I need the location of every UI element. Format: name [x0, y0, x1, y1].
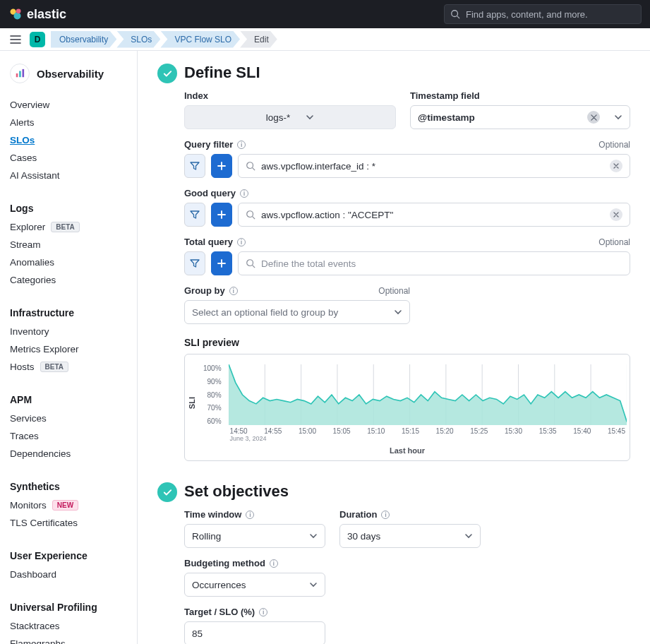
search-icon [246, 258, 255, 268]
sidebar-item-traces[interactable]: Traces [0, 427, 137, 445]
index-select[interactable]: logs-* [184, 105, 396, 129]
timestamp-value: @timestamp [418, 112, 475, 123]
svg-point-3 [452, 11, 458, 17]
info-icon[interactable]: i [237, 141, 246, 149]
clear-icon[interactable] [610, 208, 622, 221]
time-window-select[interactable]: Rolling [184, 524, 325, 548]
optional-label: Optional [598, 237, 630, 247]
xaxis-subtitle: June 3, 2024 [229, 435, 627, 442]
sidebar-item-monitors[interactable]: MonitorsNEW [0, 496, 137, 514]
duration-select[interactable]: 30 days [339, 524, 481, 548]
main-content: Define SLI Index logs-* [138, 51, 650, 644]
search-icon [246, 161, 255, 171]
sidebar-item-flamegraphs[interactable]: Flamegraphs [0, 635, 137, 644]
chevron-down-icon [614, 113, 622, 121]
sidebar-item-slos[interactable]: SLOs [0, 131, 137, 149]
sidebar-item-tls[interactable]: TLS Certificates [0, 514, 137, 532]
filter-button[interactable] [184, 203, 205, 227]
sidebar-group-synthetics: Synthetics [0, 468, 137, 496]
svg-point-2 [16, 9, 21, 14]
info-icon[interactable]: i [270, 559, 278, 568]
good-query-input[interactable]: aws.vpcflow.action : "ACCEPT" [238, 203, 630, 227]
query-filter-label: Query filter i Optional [184, 139, 630, 150]
sidebar-group-apm: APM [0, 381, 137, 410]
optional-label: Optional [598, 140, 630, 150]
sidebar-item-ai-assistant[interactable]: AI Assistant [0, 167, 137, 184]
info-icon[interactable]: i [240, 189, 248, 198]
sidebar-group-profiling: Universal Profiling [0, 589, 137, 617]
sidebar-item-alerts[interactable]: Alerts [0, 114, 137, 131]
svg-rect-7 [23, 69, 25, 77]
sidebar-item-inventory[interactable]: Inventory [0, 323, 137, 340]
sidebar-item-metrics-explorer[interactable]: Metrics Explorer [0, 340, 137, 358]
global-header: elastic Find apps, content, and more. [0, 0, 650, 28]
step-complete-icon [157, 64, 177, 83]
brand-logo-text[interactable]: elastic [8, 7, 66, 22]
sidebar-item-overview[interactable]: Overview [0, 96, 137, 114]
total-query-input[interactable]: Define the total events [238, 251, 630, 275]
chevron-down-icon [394, 308, 402, 316]
sidebar-item-cases[interactable]: Cases [0, 149, 137, 167]
beta-badge: BETA [40, 362, 68, 372]
svg-rect-5 [16, 73, 18, 77]
target-value: 85 [192, 628, 203, 639]
sidebar-item-anomalies[interactable]: Anomalies [0, 254, 137, 271]
budgeting-value: Occurrences [192, 580, 246, 590]
add-filter-button[interactable] [211, 154, 232, 178]
total-query-label: Total query i Optional [184, 237, 630, 247]
sidebar-item-hosts[interactable]: HostsBETA [0, 358, 137, 376]
sidebar-item-stream[interactable]: Stream [0, 236, 137, 254]
chevron-down-icon [309, 532, 318, 540]
filter-button[interactable] [184, 154, 205, 178]
add-filter-button[interactable] [211, 251, 232, 275]
timestamp-select[interactable]: @timestamp [410, 105, 630, 129]
chart-subtitle: Last hour [185, 446, 630, 455]
add-filter-button[interactable] [211, 203, 232, 227]
info-icon[interactable]: i [259, 608, 267, 616]
sli-preview-chart: SLI 100% 90% 80% 70% 60% [184, 354, 630, 461]
section-set-objectives: Set objectives Time window i Rolling [184, 482, 630, 644]
query-filter-text: aws.vpcflow.interface_id : * [261, 161, 604, 172]
space-badge[interactable]: D [30, 32, 45, 47]
breadcrumb-item[interactable]: Observability [51, 31, 116, 48]
sidebar-item-services[interactable]: Services [0, 410, 137, 427]
breadcrumb-item[interactable]: VPC Flow SLO [160, 31, 240, 48]
sidebar-item-stacktraces[interactable]: Stacktraces [0, 617, 137, 635]
duration-label: Duration i [339, 509, 481, 520]
svg-line-4 [457, 16, 460, 19]
svg-line-13 [253, 266, 255, 268]
sidebar-item-dependencies[interactable]: Dependencies [0, 445, 137, 463]
sidebar-item-explorer[interactable]: ExplorerBETA [0, 218, 137, 236]
info-icon[interactable]: i [246, 511, 254, 519]
breadcrumbs: Observability SLOs VPC Flow SLO Edit [51, 31, 277, 48]
clear-icon[interactable] [610, 160, 622, 172]
svg-line-9 [253, 168, 255, 171]
observability-icon [10, 64, 30, 83]
global-search[interactable]: Find apps, content, and more. [444, 4, 642, 24]
filter-button[interactable] [184, 251, 205, 275]
group-by-placeholder: Select an optional field to group by [192, 307, 338, 318]
info-icon[interactable]: i [381, 511, 390, 519]
breadcrumb-item-current: Edit [240, 31, 277, 48]
search-icon [450, 9, 460, 19]
chevron-down-icon [464, 532, 473, 540]
target-input[interactable]: 85 [184, 621, 325, 644]
beta-badge: BETA [51, 222, 79, 232]
nav-toggle-button[interactable] [7, 31, 24, 48]
budgeting-select[interactable]: Occurrences [184, 573, 325, 597]
sidebar-item-categories[interactable]: Categories [0, 271, 137, 289]
breadcrumb-item[interactable]: SLOs [116, 31, 160, 48]
section-title-define-sli: Define SLI [184, 64, 630, 82]
group-by-select[interactable]: Select an optional field to group by [184, 300, 410, 324]
sidebar: Observability Overview Alerts SLOs Cases… [0, 51, 138, 644]
sidebar-item-dashboard[interactable]: Dashboard [0, 566, 137, 583]
time-window-value: Rolling [192, 531, 221, 542]
info-icon[interactable]: i [229, 287, 238, 295]
plot-area: 14:5014:5515:00 15:0515:1015:15 15:2015:… [229, 364, 627, 442]
clear-icon[interactable] [587, 111, 600, 124]
chevron-down-icon [306, 113, 314, 121]
info-icon[interactable]: i [237, 238, 246, 246]
svg-line-11 [253, 217, 255, 220]
query-filter-input[interactable]: aws.vpcflow.interface_id : * [238, 154, 630, 178]
xaxis-ticks: 14:5014:5515:00 15:0515:1015:15 15:2015:… [229, 427, 627, 435]
